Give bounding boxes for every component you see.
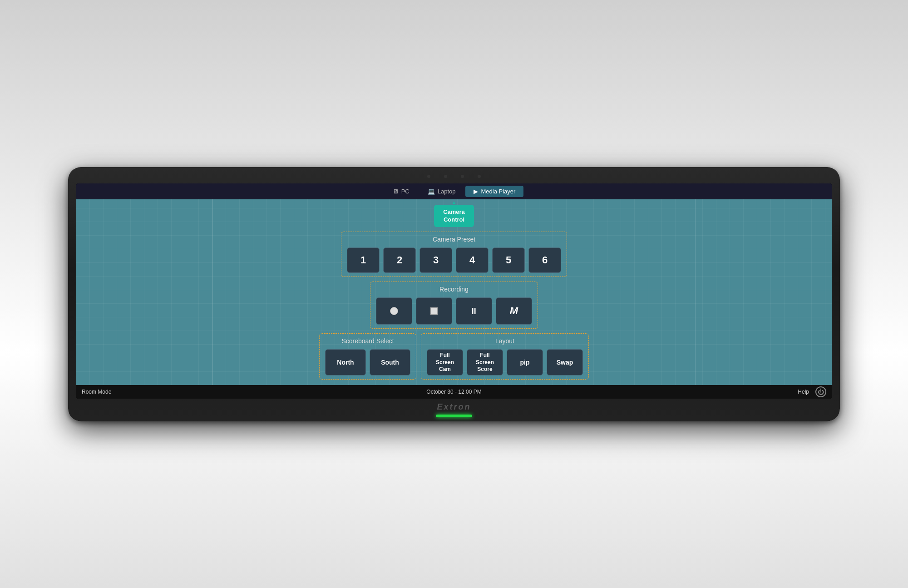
tab-bar: 🖥 PC 💻 Laptop ▶ Media Player	[76, 183, 832, 199]
laptop-icon: 💻	[428, 188, 435, 195]
camera-dot-4	[478, 175, 481, 178]
bottom-section: Scoreboard Select North South Layout Ful…	[85, 333, 823, 380]
status-bar: Room Mode October 30 - 12:00 PM Help ⏻	[76, 385, 832, 398]
room-mode-label: Room Mode	[82, 389, 111, 395]
north-button[interactable]: North	[325, 349, 366, 376]
mark-button[interactable]: M	[496, 297, 532, 325]
device-bottom: Extron	[76, 399, 832, 421]
full-screen-score-button[interactable]: FullScreenScore	[467, 349, 503, 376]
power-button[interactable]: ⏻	[815, 386, 826, 397]
scoreboard-section: Scoreboard Select North South	[319, 333, 416, 380]
camera-preset-label: Camera Preset	[433, 236, 475, 243]
power-led	[436, 415, 472, 417]
device: 🖥 PC 💻 Laptop ▶ Media Player CameraContr…	[68, 167, 840, 421]
camera-dot-2	[444, 175, 447, 178]
status-right: Help ⏻	[640, 386, 826, 397]
preset-btn-5[interactable]: 5	[492, 247, 525, 273]
stop-icon	[430, 307, 438, 315]
camera-control-button[interactable]: CameraControl	[434, 205, 474, 227]
datetime-label: October 30 - 12:00 PM	[426, 389, 481, 395]
status-left: Room Mode	[82, 389, 268, 395]
scoreboard-buttons: North South	[325, 349, 410, 376]
camera-dot-3	[461, 175, 464, 178]
scoreboard-label: Scoreboard Select	[341, 337, 394, 345]
camera-preset-buttons: 1 2 3 4 5 6	[347, 247, 561, 273]
tab-laptop[interactable]: 💻 Laptop	[419, 186, 464, 197]
preset-btn-2[interactable]: 2	[383, 247, 416, 273]
help-label[interactable]: Help	[798, 389, 809, 395]
media-player-icon: ▶	[474, 188, 478, 195]
recording-section: Recording ⏸ M	[370, 282, 538, 329]
south-button[interactable]: South	[370, 349, 410, 376]
tab-pc[interactable]: 🖥 PC	[385, 186, 418, 197]
recording-label: Recording	[439, 286, 469, 293]
screen: 🖥 PC 💻 Laptop ▶ Media Player CameraContr…	[76, 183, 832, 399]
record-button[interactable]	[376, 297, 412, 325]
camera-preset-section: Camera Preset 1 2 3 4 5 6	[341, 232, 567, 277]
pip-button[interactable]: pip	[507, 349, 543, 376]
layout-buttons: FullScreenCam FullScreenScore pip Swap	[427, 349, 583, 376]
full-screen-cam-button[interactable]: FullScreenCam	[427, 349, 463, 376]
preset-btn-1[interactable]: 1	[347, 247, 380, 273]
mark-icon: M	[510, 305, 518, 317]
pause-button[interactable]: ⏸	[456, 297, 492, 325]
stop-button[interactable]	[416, 297, 452, 325]
preset-btn-3[interactable]: 3	[419, 247, 452, 273]
preset-btn-4[interactable]: 4	[456, 247, 489, 273]
tab-media-player-label: Media Player	[481, 188, 515, 195]
tab-laptop-label: Laptop	[438, 188, 456, 195]
pc-icon: 🖥	[393, 188, 399, 195]
preset-btn-6[interactable]: 6	[528, 247, 561, 273]
layout-section: Layout FullScreenCam FullScreenScore pip…	[421, 333, 589, 380]
pause-icon: ⏸	[469, 306, 479, 316]
recording-buttons: ⏸ M	[376, 297, 532, 325]
record-icon	[390, 307, 398, 315]
brand-label: Extron	[437, 402, 471, 412]
device-top-bar	[76, 173, 832, 181]
swap-button[interactable]: Swap	[547, 349, 583, 376]
main-area: CameraControl Camera Preset 1 2 3 4 5 6	[76, 199, 832, 385]
layout-label: Layout	[495, 337, 514, 345]
tab-media-player[interactable]: ▶ Media Player	[465, 186, 523, 197]
camera-dot-1	[427, 175, 430, 178]
tab-pc-label: PC	[401, 188, 410, 195]
status-center: October 30 - 12:00 PM	[268, 389, 640, 395]
